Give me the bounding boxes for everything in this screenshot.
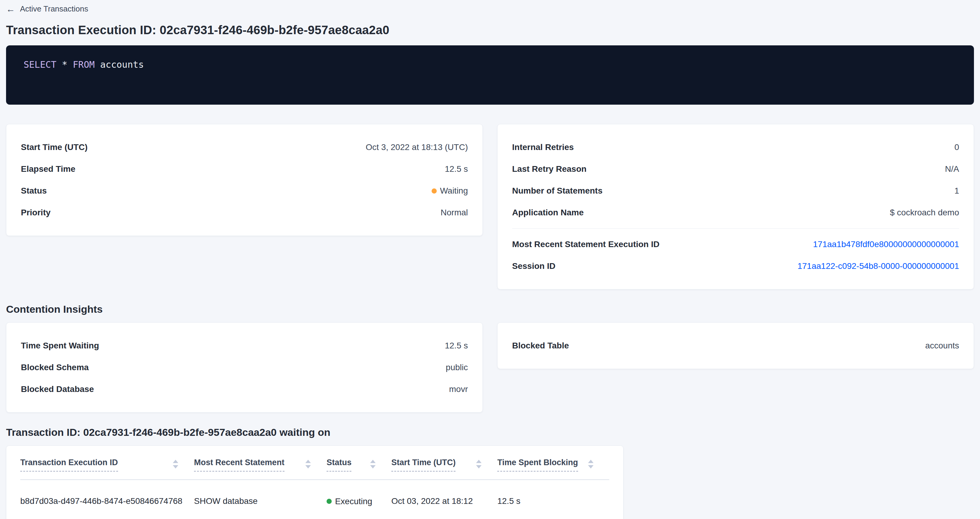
start-time-label: Start Time (UTC) bbox=[21, 143, 88, 152]
sort-icon[interactable] bbox=[588, 460, 593, 468]
cell-time-spent-blocking: 12.5 s bbox=[497, 480, 609, 519]
transaction-summary-card: Start Time (UTC) Oct 3, 2022 at 18:13 (U… bbox=[6, 124, 483, 236]
session-id-row: Session ID 171aa122-c092-54b8-0000-00000… bbox=[512, 255, 959, 277]
column-label: Transaction Execution ID bbox=[20, 458, 118, 471]
internal-retries-row: Internal Retries 0 bbox=[512, 136, 959, 158]
table-header-row: Transaction Execution ID Most Recent Sta… bbox=[20, 446, 609, 480]
blocked-table-label: Blocked Table bbox=[512, 341, 569, 351]
last-retry-reason-row: Last Retry Reason N/A bbox=[512, 158, 959, 180]
summary-cards-row: Start Time (UTC) Oct 3, 2022 at 18:13 (U… bbox=[6, 124, 974, 289]
back-arrow-icon: ← bbox=[6, 5, 15, 14]
blocked-table-row: Blocked Table accounts bbox=[512, 335, 959, 357]
column-label: Start Time (UTC) bbox=[391, 458, 456, 471]
application-name-value: $ cockroach demo bbox=[890, 208, 959, 217]
waiting-status-dot-icon bbox=[431, 189, 437, 194]
blocked-database-value: movr bbox=[449, 384, 468, 394]
waiting-transactions-table: Transaction Execution ID Most Recent Sta… bbox=[20, 446, 609, 519]
statement-execution-id-row: Most Recent Statement Execution ID 171aa… bbox=[512, 233, 959, 255]
blocked-database-label: Blocked Database bbox=[21, 384, 94, 394]
elapsed-time-row: Elapsed Time 12.5 s bbox=[21, 158, 468, 180]
sort-icon[interactable] bbox=[476, 460, 482, 468]
column-header-most-recent-statement[interactable]: Most Recent Statement bbox=[194, 446, 326, 480]
number-of-statements-row: Number of Statements 1 bbox=[512, 180, 959, 202]
time-spent-waiting-label: Time Spent Waiting bbox=[21, 341, 99, 351]
blocked-schema-label: Blocked Schema bbox=[21, 363, 89, 372]
cell-most-recent-statement: SHOW database bbox=[194, 480, 326, 519]
transaction-details-card: Internal Retries 0 Last Retry Reason N/A… bbox=[497, 124, 974, 289]
cell-start-time: Oct 03, 2022 at 18:12 bbox=[391, 480, 497, 519]
statement-execution-id-link[interactable]: 171aa1b478fdf0e80000000000000001 bbox=[813, 240, 959, 249]
application-name-label: Application Name bbox=[512, 208, 584, 217]
sort-icon[interactable] bbox=[370, 460, 375, 468]
elapsed-time-value: 12.5 s bbox=[445, 164, 468, 174]
sort-icon[interactable] bbox=[305, 460, 311, 468]
blocked-table-value: accounts bbox=[925, 341, 959, 351]
column-label: Most Recent Statement bbox=[194, 458, 285, 471]
column-header-time-spent-blocking[interactable]: Time Spent Blocking bbox=[497, 446, 609, 480]
cell-status-text: Executing bbox=[335, 497, 372, 506]
column-header-transaction-execution-id[interactable]: Transaction Execution ID bbox=[20, 446, 194, 480]
column-label: Time Spent Blocking bbox=[497, 458, 578, 471]
contention-insights-title: Contention Insights bbox=[6, 303, 974, 315]
number-of-statements-label: Number of Statements bbox=[512, 186, 603, 196]
priority-label: Priority bbox=[21, 208, 51, 217]
contention-waiting-card: Time Spent Waiting 12.5 s Blocked Schema… bbox=[6, 322, 483, 413]
status-label: Status bbox=[21, 186, 47, 196]
back-link[interactable]: ← Active Transactions bbox=[6, 4, 88, 14]
time-spent-waiting-row: Time Spent Waiting 12.5 s bbox=[21, 335, 468, 357]
column-label: Status bbox=[326, 458, 352, 471]
column-header-status[interactable]: Status bbox=[326, 446, 391, 480]
waiting-on-title: Transaction ID: 02ca7931-f246-469b-b2fe-… bbox=[6, 427, 974, 438]
transaction-details-page: ← Active Transactions Transaction Execut… bbox=[0, 0, 980, 519]
page-title: Transaction Execution ID: 02ca7931-f246-… bbox=[6, 23, 974, 37]
internal-retries-label: Internal Retries bbox=[512, 143, 574, 152]
contention-cards-row: Time Spent Waiting 12.5 s Blocked Schema… bbox=[6, 322, 974, 413]
contention-blocked-table-card: Blocked Table accounts bbox=[497, 322, 974, 369]
blocked-schema-value: public bbox=[446, 363, 468, 372]
cell-transaction-execution-id: b8d7d03a-d497-446b-8474-e50846674768 bbox=[20, 480, 194, 519]
start-time-row: Start Time (UTC) Oct 3, 2022 at 18:13 (U… bbox=[21, 136, 468, 158]
status-value: Waiting bbox=[431, 186, 468, 196]
session-id-label: Session ID bbox=[512, 261, 555, 271]
cell-status: Executing bbox=[326, 480, 391, 519]
statement-execution-id-label: Most Recent Statement Execution ID bbox=[512, 240, 660, 249]
table-row: b8d7d03a-d497-446b-8474-e50846674768 SHO… bbox=[20, 480, 609, 519]
waiting-transactions-table-card: Transaction Execution ID Most Recent Sta… bbox=[6, 446, 624, 519]
blocked-schema-row: Blocked Schema public bbox=[21, 357, 468, 378]
status-text: Waiting bbox=[440, 186, 468, 196]
status-row: Status Waiting bbox=[21, 180, 468, 202]
internal-retries-value: 0 bbox=[954, 143, 959, 152]
number-of-statements-value: 1 bbox=[954, 186, 959, 196]
application-name-row: Application Name $ cockroach demo bbox=[512, 202, 959, 224]
sql-keyword-from: FROM bbox=[73, 59, 100, 70]
start-time-value: Oct 3, 2022 at 18:13 (UTC) bbox=[366, 143, 468, 152]
sql-keyword-select: SELECT bbox=[24, 59, 62, 70]
priority-value: Normal bbox=[441, 208, 468, 217]
session-id-link[interactable]: 171aa122-c092-54b8-0000-000000000001 bbox=[797, 261, 959, 271]
back-link-label: Active Transactions bbox=[20, 4, 88, 14]
last-retry-reason-value: N/A bbox=[945, 164, 959, 174]
priority-row: Priority Normal bbox=[21, 202, 468, 224]
elapsed-time-label: Elapsed Time bbox=[21, 164, 75, 174]
sql-table-name: accounts bbox=[100, 59, 144, 70]
sort-icon[interactable] bbox=[173, 460, 178, 468]
blocked-database-row: Blocked Database movr bbox=[21, 378, 468, 400]
sql-statement-box: SELECT * FROM accounts bbox=[6, 45, 974, 105]
column-header-start-time[interactable]: Start Time (UTC) bbox=[391, 446, 497, 480]
last-retry-reason-label: Last Retry Reason bbox=[512, 164, 587, 174]
sql-operator-star: * bbox=[62, 59, 73, 70]
time-spent-waiting-value: 12.5 s bbox=[445, 341, 468, 351]
executing-status-dot-icon bbox=[326, 499, 332, 504]
